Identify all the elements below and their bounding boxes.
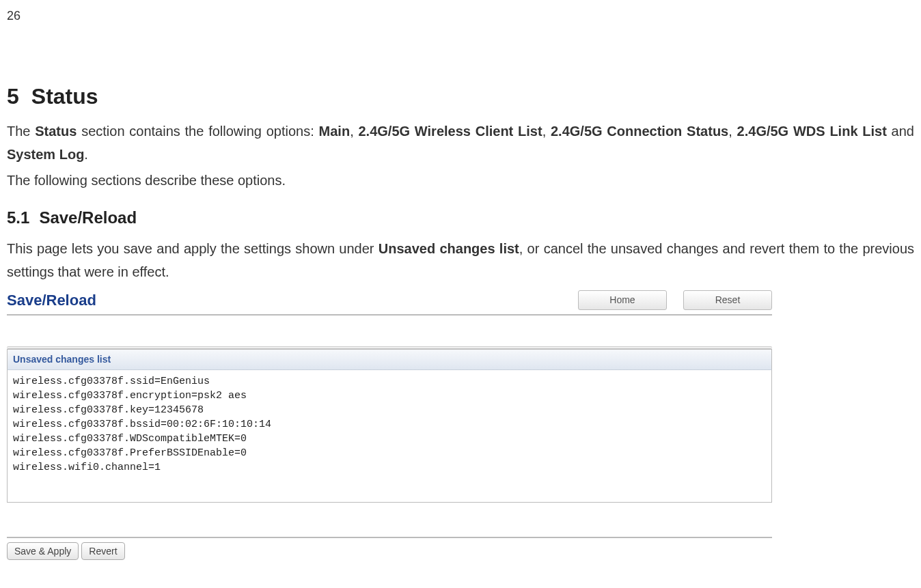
paragraph-status-intro: The Status section contains the followin… [7, 120, 914, 166]
term-system-log: System Log [7, 147, 84, 162]
heading-save-reload-number: 5.1 [7, 208, 29, 227]
page-number: 26 [7, 7, 914, 25]
heading-status-number: 5 [7, 84, 19, 109]
term-connection-status: 2.4G/5G Connection Status [551, 124, 728, 139]
heading-save-reload: 5.1Save/Reload [7, 206, 914, 230]
revert-button[interactable]: Revert [81, 542, 124, 560]
term-unsaved-changes: Unsaved changes list [379, 241, 519, 256]
action-buttons: Save & Apply Revert [7, 542, 772, 560]
term-status: Status [35, 124, 77, 139]
reset-button[interactable]: Reset [683, 290, 772, 310]
paragraph-save-reload-desc: This page lets you save and apply the se… [7, 237, 914, 283]
bottom-separator [7, 537, 772, 538]
ui-top-buttons: Home Reset [578, 290, 772, 310]
unsaved-changes-fieldset: Unsaved changes list wireless.cfg03378f.… [7, 349, 772, 503]
term-wds-link-list: 2.4G/5G WDS Link List [737, 124, 887, 139]
term-client-list: 2.4G/5G Wireless Client List [358, 124, 542, 139]
save-apply-button[interactable]: Save & Apply [7, 542, 79, 560]
ui-title: Save/Reload [7, 289, 96, 311]
unsaved-changes-content: wireless.cfg03378f.ssid=EnGenius wireles… [7, 370, 772, 503]
heading-status: 5Status [7, 80, 914, 113]
unsaved-changes-legend: Unsaved changes list [7, 349, 772, 370]
heading-status-text: Status [31, 84, 98, 109]
embedded-ui: Save/Reload Home Reset Unsaved changes l… [7, 289, 772, 560]
ui-header: Save/Reload Home Reset [7, 289, 772, 316]
home-button[interactable]: Home [578, 290, 667, 310]
heading-save-reload-text: Save/Reload [39, 208, 137, 227]
term-main: Main [319, 124, 350, 139]
paragraph-describe: The following sections describe these op… [7, 169, 914, 192]
